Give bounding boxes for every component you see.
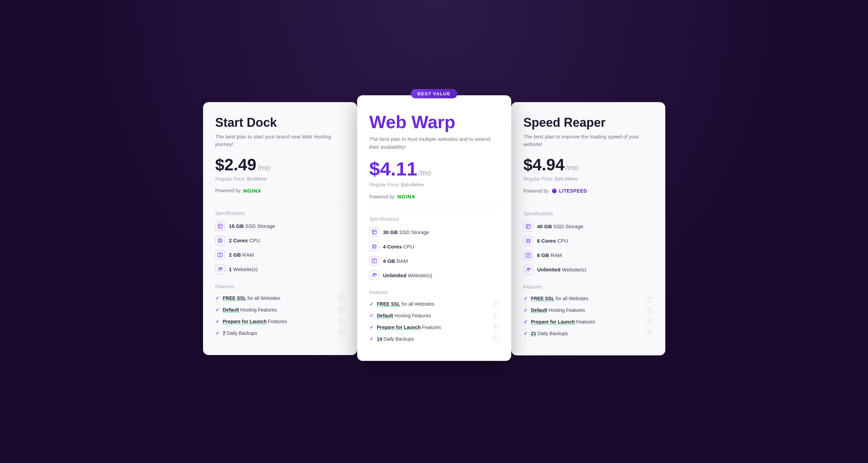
feature-item: ✓ FREE SSL for all Websites ? bbox=[524, 295, 653, 302]
powered-by: Powered by LITESPEED bbox=[524, 188, 653, 194]
specs-label: Specifications bbox=[524, 211, 653, 216]
svg-rect-12 bbox=[526, 224, 530, 229]
check-icon: ✓ bbox=[524, 331, 528, 336]
spec-icon bbox=[215, 236, 225, 245]
spec-item: 4 GB RAM bbox=[369, 256, 499, 266]
svg-rect-8 bbox=[373, 245, 375, 247]
regular-price: Regular Price: $16.45/mo bbox=[369, 182, 499, 187]
features-label: Features bbox=[524, 284, 653, 290]
price-period: /mo bbox=[419, 169, 431, 178]
check-icon: ✓ bbox=[524, 296, 528, 301]
spec-text: 2 Cores CPU bbox=[229, 237, 260, 243]
spec-icon bbox=[215, 250, 225, 260]
feature-text: FREE SSL for all Websites bbox=[223, 295, 335, 301]
svg-rect-13 bbox=[526, 239, 530, 243]
powered-by-label: Powered by bbox=[524, 188, 549, 194]
help-icon[interactable]: ? bbox=[338, 306, 345, 313]
feature-text: 7 Daily Backups bbox=[223, 330, 335, 336]
spec-text: 2 GB RAM bbox=[229, 252, 254, 258]
spec-item: 40 GB SSD Storage bbox=[524, 222, 653, 231]
feature-list: ✓ FREE SSL for all Websites ? ✓ Default … bbox=[215, 295, 345, 337]
spec-item: 30 GB SSD Storage bbox=[369, 227, 499, 237]
spec-list: 40 GB SSD Storage 6 Cores CPU 6 GB RAM U… bbox=[524, 222, 653, 275]
help-icon[interactable]: ? bbox=[338, 330, 345, 337]
plan-title: Start Dock bbox=[215, 116, 345, 130]
feature-text: 14 Daily Backups bbox=[377, 336, 489, 342]
spec-text: 30 GB SSD Storage bbox=[383, 229, 429, 235]
spec-item: 1 Website(s) bbox=[215, 265, 345, 274]
plan-description: The best plan to start your brand new We… bbox=[215, 133, 345, 148]
spec-text: 40 GB SSD Storage bbox=[537, 223, 583, 229]
help-icon[interactable]: ? bbox=[492, 336, 499, 342]
help-icon[interactable]: ? bbox=[338, 318, 345, 325]
original-price: $9.95/mo bbox=[247, 176, 267, 182]
spec-item: Unlimited Website(s) bbox=[369, 270, 499, 280]
original-price: $16.45/mo bbox=[401, 182, 424, 187]
powered-by-label: Powered by bbox=[215, 188, 241, 193]
feature-text: FREE SSL for all Websites bbox=[377, 301, 489, 307]
check-icon: ✓ bbox=[524, 307, 528, 313]
features-label: Features bbox=[369, 290, 499, 295]
spec-icon bbox=[369, 270, 379, 280]
spec-item: 6 Cores CPU bbox=[524, 236, 653, 246]
feature-text: 21 Daily Backups bbox=[531, 331, 643, 336]
spec-text: 15 GB SSD Storage bbox=[229, 223, 275, 229]
price-period: /mo bbox=[566, 163, 579, 172]
feature-item: ✓ Default Hosting Features ? bbox=[215, 306, 345, 313]
price-row: $4.11 /mo bbox=[369, 158, 499, 180]
check-icon: ✓ bbox=[215, 330, 219, 336]
best-value-badge: BEST VALUE bbox=[411, 89, 457, 98]
spec-icon bbox=[369, 242, 379, 251]
spec-text: 6 GB RAM bbox=[537, 252, 562, 258]
spec-icon bbox=[215, 221, 225, 231]
feature-list: ✓ FREE SSL for all Websites ? ✓ Default … bbox=[524, 295, 653, 337]
help-icon[interactable]: ? bbox=[492, 301, 499, 307]
spec-text: Unlimited Website(s) bbox=[383, 272, 432, 278]
price-row: $2.49 /mo bbox=[215, 155, 345, 174]
specs-label: Specifications bbox=[369, 216, 499, 222]
help-icon[interactable]: ? bbox=[338, 295, 345, 302]
feature-item: ✓ Prepare for Launch Features ? bbox=[524, 318, 653, 325]
spec-text: Unlimited Website(s) bbox=[537, 267, 587, 272]
help-icon[interactable]: ? bbox=[646, 318, 653, 325]
plan-description: The best plan to improve the loading spe… bbox=[524, 133, 653, 148]
plan-title: Web Warp bbox=[369, 112, 499, 132]
feature-text: Default Hosting Features bbox=[531, 307, 643, 313]
help-icon[interactable]: ? bbox=[646, 330, 653, 337]
spec-icon bbox=[524, 222, 533, 231]
pricing-cards-wrapper: Start Dock The best plan to start your b… bbox=[194, 102, 674, 361]
feature-text: Prepare for Launch Features bbox=[223, 319, 335, 324]
help-icon[interactable]: ? bbox=[492, 312, 499, 319]
feature-item: ✓ FREE SSL for all Websites ? bbox=[215, 295, 345, 302]
spec-icon bbox=[524, 265, 533, 275]
nginx-logo: NGINX bbox=[397, 194, 415, 199]
feature-text: Default Hosting Features bbox=[223, 307, 335, 313]
price-period: /mo bbox=[258, 163, 271, 172]
feature-item: ✓ 7 Daily Backups ? bbox=[215, 330, 345, 337]
svg-rect-2 bbox=[219, 240, 221, 241]
feature-item: ✓ Default Hosting Features ? bbox=[369, 312, 499, 319]
regular-price: Regular Price: $19.75/mo bbox=[524, 176, 653, 182]
help-icon[interactable]: ? bbox=[492, 324, 499, 331]
feature-list: ✓ FREE SSL for all Websites ? ✓ Default … bbox=[369, 301, 499, 342]
divider bbox=[369, 208, 499, 208]
powered-by: Powered by NGINX bbox=[215, 188, 345, 194]
spec-text: 4 GB RAM bbox=[383, 258, 408, 264]
feature-item: ✓ FREE SSL for all Websites ? bbox=[369, 301, 499, 307]
spec-icon bbox=[369, 227, 379, 237]
regular-price: Regular Price: $9.95/mo bbox=[215, 176, 345, 182]
feature-item: ✓ 21 Daily Backups ? bbox=[524, 330, 653, 337]
plan-price: $4.11 bbox=[369, 158, 417, 180]
price-row: $4.94 /mo bbox=[524, 155, 653, 174]
plan-card-speed-reaper: Speed Reaper The best plan to improve th… bbox=[511, 102, 665, 355]
check-icon: ✓ bbox=[369, 336, 374, 342]
check-icon: ✓ bbox=[369, 325, 374, 330]
spec-text: 4 Cores CPU bbox=[383, 244, 414, 249]
plan-price: $4.94 bbox=[524, 155, 565, 174]
help-icon[interactable]: ? bbox=[646, 295, 653, 302]
help-icon[interactable]: ? bbox=[646, 307, 653, 314]
spec-list: 30 GB SSD Storage 4 Cores CPU 4 GB RAM U… bbox=[369, 227, 499, 280]
spec-icon bbox=[215, 265, 225, 274]
feature-item: ✓ Prepare for Launch Features ? bbox=[369, 324, 499, 331]
spec-list: 15 GB SSD Storage 2 Cores CPU 2 GB RAM 1… bbox=[215, 221, 345, 274]
